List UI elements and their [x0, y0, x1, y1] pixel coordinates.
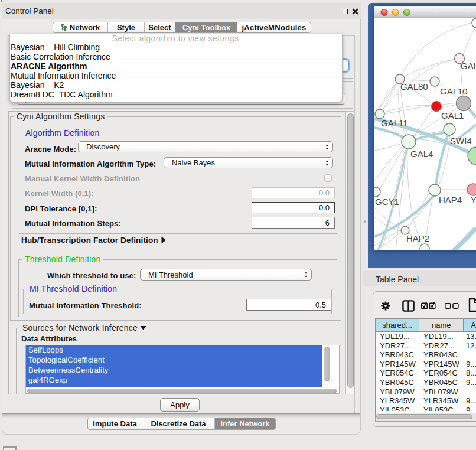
svg-text:GAL11: GAL11 [381, 118, 408, 128]
svg-text:GAL4: GAL4 [410, 149, 433, 159]
svg-text:Y: Y [471, 195, 476, 205]
svg-text:SWI4: SWI4 [450, 136, 472, 146]
svg-text:GAL7: GAL7 [461, 61, 476, 71]
svg-text:HAP2: HAP2 [406, 233, 429, 243]
svg-text:GCY1: GCY1 [375, 197, 399, 207]
svg-text:GAL10: GAL10 [440, 86, 468, 96]
svg-text:GAL1: GAL1 [441, 110, 464, 120]
svg-text:HAP4: HAP4 [439, 195, 462, 205]
svg-text:GAL80: GAL80 [400, 81, 428, 92]
